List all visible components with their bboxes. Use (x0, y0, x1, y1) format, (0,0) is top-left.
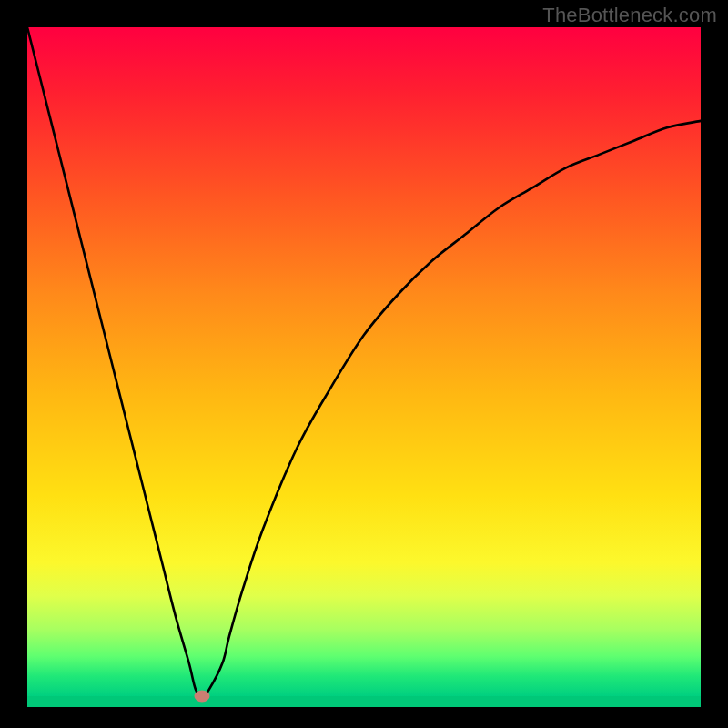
green-band (27, 696, 701, 707)
chart-container: TheBottleneck.com (0, 0, 728, 728)
bottleneck-curve (27, 27, 701, 696)
watermark: TheBottleneck.com (542, 4, 717, 27)
minimum-marker (195, 691, 210, 703)
